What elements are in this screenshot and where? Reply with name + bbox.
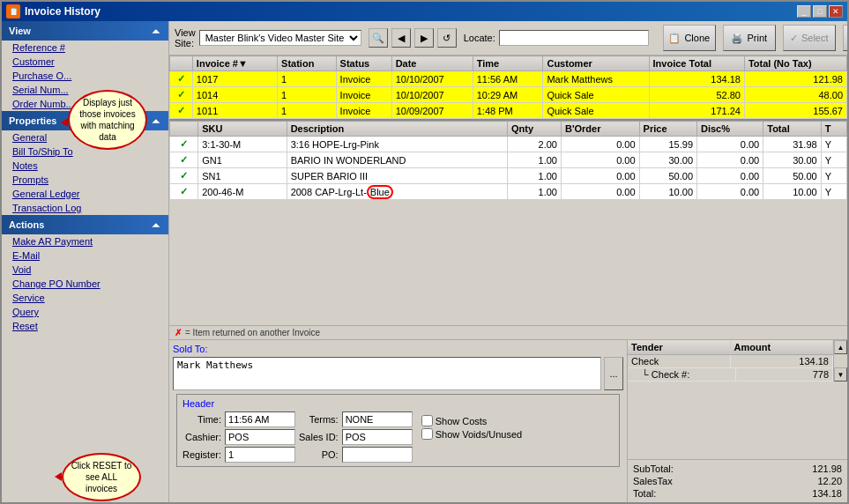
sidebar-item-make-ar[interactable]: Make AR Payment [2, 234, 168, 248]
terms-input[interactable] [342, 411, 413, 427]
detail-col-disc[interactable]: Disc% [697, 122, 763, 137]
show-voids-checkbox[interactable] [421, 428, 433, 440]
sold-to-dots-button[interactable]: ... [604, 357, 623, 390]
sidebar-item-bill-ship[interactable]: Bill To/Ship To [2, 145, 168, 159]
sidebar-item-query[interactable]: Query [2, 305, 168, 319]
scroll-up-button[interactable]: ▲ [834, 340, 847, 354]
header-grid: Time: Terms: Cashier: Sales ID: [182, 411, 413, 463]
detail-col-description[interactable]: Description [287, 122, 507, 137]
date-cell: 10/10/2007 [391, 87, 473, 103]
disc-cell: 0.00 [697, 184, 763, 200]
window-icon: 📋 [6, 4, 20, 19]
sidebar-item-general-ledger[interactable]: General Ledger [2, 187, 168, 201]
view-site-select[interactable]: Master Blink's Video Master Site [199, 30, 361, 46]
actions-chevron-icon: ⏶ [151, 219, 161, 231]
return-x-icon: ✗ [175, 328, 182, 337]
table-row[interactable]: ✓ 1017 1 Invoice 10/10/2007 11:56 AM Mar… [170, 71, 847, 87]
right-panel: View Site: Master Blink's Video Master S… [169, 21, 847, 502]
detail-col-border[interactable]: B'Order [561, 122, 639, 137]
po-label: PO: [299, 449, 339, 460]
detail-table-row[interactable]: ✓ 3:1-30-M 3:16 HOPE-Lrg-Pink 2.00 0.00 … [170, 137, 847, 152]
print-button[interactable]: 🖨️ Print [723, 25, 776, 51]
tender-amount-cell: 778 [736, 368, 834, 381]
sidebar-item-prompts[interactable]: Prompts [2, 173, 168, 187]
sidebar-item-reset[interactable]: Reset [2, 319, 168, 333]
table-row[interactable]: ✓ 1011 1 Invoice 10/09/2007 1:48 PM Quic… [170, 103, 847, 119]
total-cell: 52.80 [649, 87, 744, 103]
time-cell: 10:29 AM [473, 87, 543, 103]
cashier-input[interactable] [225, 429, 295, 445]
search-button[interactable]: 🔍 [369, 28, 388, 48]
qnty-cell: 1.00 [507, 152, 561, 168]
detail-check-cell: ✓ [170, 184, 198, 200]
view-chevron-icon: ⏶ [151, 25, 161, 37]
qnty-cell: 1.00 [507, 184, 561, 200]
sales-tax-value: 12.20 [789, 476, 842, 486]
subtotal-value: 121.98 [789, 463, 842, 474]
detail-col-sku[interactable]: SKU [198, 122, 287, 137]
sold-to-input[interactable] [173, 357, 601, 390]
sidebar-item-notes[interactable]: Notes [2, 159, 168, 173]
refresh-button[interactable]: ↺ [437, 28, 457, 48]
col-invoice-total[interactable]: Invoice Total [649, 56, 744, 71]
select-button[interactable]: ✓ Select [783, 25, 836, 51]
col-date[interactable]: Date [391, 56, 473, 71]
detail-table-row[interactable]: ✓ 200-46-M 2008 CAP-Lrg-Lt-Blue 1.00 0.0… [170, 184, 847, 200]
show-voids-label: Show Voids/Unused [436, 429, 522, 440]
nav-buttons-group: 🔍 ◀ ▶ ↺ [369, 28, 457, 48]
clone-button[interactable]: 📋 Clone [663, 25, 716, 51]
scroll-down-button[interactable]: ▼ [834, 367, 847, 382]
amount-col-header: Amount [731, 340, 834, 354]
time-cell: 1:48 PM [473, 103, 543, 119]
detail-col-price[interactable]: Price [639, 122, 696, 137]
close-button[interactable]: 🚪 Close [843, 25, 847, 51]
sidebar-item-customer[interactable]: Customer [2, 55, 168, 69]
detail-col-qnty[interactable]: Qnty [507, 122, 561, 137]
col-invoice-num[interactable]: Invoice #▼ [192, 56, 277, 71]
minimize-button[interactable]: _ [797, 5, 811, 18]
view-site-group: View Site: Master Blink's Video Master S… [175, 27, 361, 48]
table-row[interactable]: ✓ 1014 1 Invoice 10/10/2007 10:29 AM Qui… [170, 87, 847, 103]
col-station[interactable]: Station [278, 56, 337, 71]
customer-cell: Quick Sale [543, 87, 649, 103]
col-no-tax[interactable]: Total (No Tax) [744, 56, 846, 71]
sidebar-item-void[interactable]: Void [2, 263, 168, 277]
detail-table-row[interactable]: ✓ GN1 BARIO IN WONDERLAND 1.00 0.00 30.0… [170, 152, 847, 168]
sales-tax-label: SalesTax [633, 476, 673, 486]
detail-col-total[interactable]: Total [763, 122, 821, 137]
actions-section-header[interactable]: Actions ⏶ [2, 215, 168, 234]
totals-area: SubTotal: 121.98 SalesTax 12.20 Total: 1… [628, 459, 847, 502]
col-time[interactable]: Time [473, 56, 543, 71]
price-cell: 10.00 [639, 184, 696, 200]
time-input[interactable] [225, 411, 295, 427]
sidebar-item-reference[interactable]: Reference # [2, 41, 168, 55]
col-customer[interactable]: Customer [543, 56, 649, 71]
sidebar-item-email[interactable]: E-Mail [2, 248, 168, 263]
maximize-button[interactable]: □ [813, 5, 827, 18]
tooltip-bottom: Click RESET to see ALL invoices [62, 453, 141, 501]
header-left-fields: Time: Terms: Cashier: Sales ID: [182, 411, 413, 463]
view-section-header[interactable]: View ⏶ [2, 21, 168, 41]
detail-col-t[interactable]: T [821, 122, 846, 137]
register-input[interactable] [225, 447, 295, 463]
sidebar-item-purchase[interactable]: Purchase O... [2, 69, 168, 83]
tender-col-header: Tender [628, 340, 731, 354]
nav-left-button[interactable]: ◀ [391, 28, 411, 48]
col-status[interactable]: Status [336, 56, 391, 71]
sidebar-item-transaction-log[interactable]: Transaction Log [2, 201, 168, 215]
sidebar-item-service[interactable]: Service [2, 291, 168, 305]
actions-section-label: Actions [9, 219, 44, 230]
return-note: ✗ = Item returned on another Invoice [169, 325, 847, 339]
show-costs-checkbox[interactable] [421, 415, 433, 426]
po-input[interactable] [342, 447, 413, 463]
locate-input[interactable] [499, 30, 649, 46]
tender-table-content: Tender Amount Check 134.18 └ Check #: 77… [628, 340, 833, 382]
detail-table-row[interactable]: ✓ SN1 SUPER BARIO III 1.00 0.00 50.00 0.… [170, 168, 847, 184]
nav-right-button[interactable]: ▶ [414, 28, 434, 48]
sales-id-input[interactable] [342, 429, 413, 445]
tooltip-top: Displays just those invoices with matchi… [68, 90, 147, 150]
customer-cell: Quick Sale [543, 103, 649, 119]
sidebar-item-change-po[interactable]: Change PO Number [2, 277, 168, 291]
select-icon: ✓ [790, 33, 798, 44]
window-close-button[interactable]: ✕ [829, 5, 843, 18]
